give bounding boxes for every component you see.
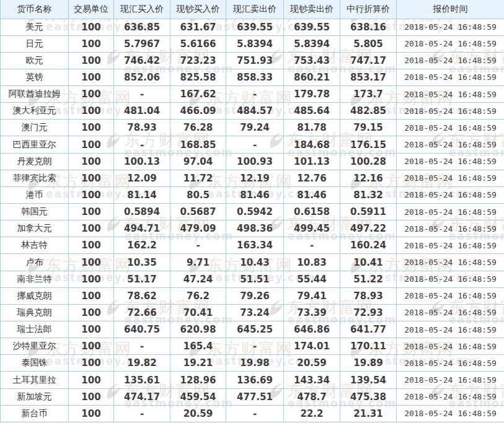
cash-buy-cell: 466.09 — [170, 103, 226, 120]
spot-sell-cell: - — [226, 136, 284, 153]
currency-name-cell: 日元 — [1, 35, 69, 52]
cash-sell-cell: 79.41 — [284, 287, 340, 304]
conversion-price-cell: 51.22 — [340, 271, 397, 287]
currency-name-cell: 韩国元 — [1, 204, 69, 220]
conversion-price-cell: 139.54 — [340, 372, 397, 388]
quote-time-cell: 2018-05-24 16:48:59 — [397, 237, 504, 254]
cash-sell-cell: 639.55 — [284, 19, 340, 35]
table-row: 韩国元1000.58940.56870.59420.61580.59112018… — [1, 204, 504, 220]
quote-time-cell: 2018-05-24 16:48:59 — [397, 35, 504, 52]
spot-sell-cell: 79.26 — [226, 287, 284, 304]
unit-cell: 100 — [69, 204, 114, 220]
column-header-2: 现汇买入价 — [114, 0, 170, 19]
unit-cell: 100 — [69, 388, 114, 405]
spot-buy-cell: 0.5894 — [114, 204, 170, 220]
cash-sell-cell: 485.64 — [284, 103, 340, 120]
spot-sell-cell: 19.98 — [226, 355, 284, 372]
cash-buy-cell: 76.28 — [170, 120, 226, 136]
spot-sell-cell: 73.24 — [226, 304, 284, 321]
cash-sell-cell: 143.34 — [284, 372, 340, 388]
table-row: 澳门元10078.9376.2879.2481.7879.152018-05-2… — [1, 120, 504, 136]
spot-buy-cell: 5.7967 — [114, 35, 170, 52]
cash-sell-cell: 753.43 — [284, 52, 340, 69]
table-row: 瑞典克朗10072.6670.4173.2473.3972.932018-05-… — [1, 304, 504, 321]
currency-name-cell: 瑞士法郎 — [1, 321, 69, 338]
conversion-price-cell: 10.41 — [340, 254, 397, 271]
currency-name-cell: 美元 — [1, 19, 69, 35]
table-row: 港币10081.1480.581.4681.4681.322018-05-24 … — [1, 186, 504, 203]
currency-name-cell: 英镑 — [1, 69, 69, 85]
table-row: 土耳其里拉100135.61128.96136.69143.34139.5420… — [1, 372, 504, 388]
spot-buy-cell: 81.14 — [114, 186, 170, 203]
cash-buy-cell: 723.23 — [170, 52, 226, 69]
spot-buy-cell: - — [114, 86, 170, 103]
currency-name-cell: 菲律宾比索 — [1, 170, 69, 186]
cash-sell-cell: 55.44 — [284, 271, 340, 287]
spot-buy-cell: 100.13 — [114, 153, 170, 170]
quote-time-cell: 2018-05-24 16:48:59 — [397, 52, 504, 69]
conversion-price-cell: 19.89 — [340, 355, 397, 372]
unit-cell: 100 — [69, 69, 114, 85]
currency-name-cell: 巴西里亚尔 — [1, 136, 69, 153]
cash-buy-cell: 20.59 — [170, 405, 226, 422]
cash-buy-cell: 11.72 — [170, 170, 226, 186]
conversion-price-cell: 100.28 — [340, 153, 397, 170]
cash-buy-cell: 167.62 — [170, 86, 226, 103]
cash-buy-cell: 19.21 — [170, 355, 226, 372]
table-row: 新台币100-20.59-22.221.312018-05-24 16:48:5… — [1, 405, 504, 422]
conversion-price-cell: 160.24 — [340, 237, 397, 254]
spot-sell-cell: 163.34 — [226, 237, 284, 254]
spot-buy-cell: - — [114, 136, 170, 153]
quote-time-cell: 2018-05-24 16:48:59 — [397, 220, 504, 237]
unit-cell: 100 — [69, 19, 114, 35]
unit-cell: 100 — [69, 338, 114, 355]
unit-cell: 100 — [69, 254, 114, 271]
spot-buy-cell: 12.09 — [114, 170, 170, 186]
cash-sell-cell: 860.21 — [284, 69, 340, 85]
table-row: 巴西里亚尔100-168.85-184.68176.152018-05-24 1… — [1, 136, 504, 153]
cash-buy-cell: 70.41 — [170, 304, 226, 321]
table-row: 加拿大元100494.71479.09498.36499.45497.22201… — [1, 220, 504, 237]
spot-sell-cell: 484.57 — [226, 103, 284, 120]
cash-buy-cell: 620.98 — [170, 321, 226, 338]
conversion-price-cell: 475.38 — [340, 388, 397, 405]
spot-buy-cell: 640.75 — [114, 321, 170, 338]
unit-cell: 100 — [69, 136, 114, 153]
spot-sell-cell: 51.51 — [226, 271, 284, 287]
currency-name-cell: 卢布 — [1, 254, 69, 271]
cash-sell-cell: 184.68 — [284, 136, 340, 153]
unit-cell: 100 — [69, 304, 114, 321]
unit-cell: 100 — [69, 103, 114, 120]
currency-name-cell: 加拿大元 — [1, 220, 69, 237]
spot-buy-cell: 746.42 — [114, 52, 170, 69]
cash-sell-cell: 73.39 — [284, 304, 340, 321]
spot-buy-cell: 852.06 — [114, 69, 170, 85]
table-header-row: 货币名称交易单位现汇买入价现钞买入价现汇卖出价现钞卖出价中行折算价报价时间 — [1, 0, 504, 19]
cash-buy-cell: 128.96 — [170, 372, 226, 388]
quote-time-cell: 2018-05-24 16:48:59 — [397, 69, 504, 85]
quote-time-cell: 2018-05-24 16:48:59 — [397, 103, 504, 120]
currency-name-cell: 瑞典克朗 — [1, 304, 69, 321]
conversion-price-cell: 747.17 — [340, 52, 397, 69]
quote-time-cell: 2018-05-24 16:48:59 — [397, 120, 504, 136]
cash-sell-cell: - — [284, 237, 340, 254]
table-row: 丹麦克朗100100.1397.04100.93101.13100.282018… — [1, 153, 504, 170]
table-row: 欧元100746.42723.23751.93753.43747.172018-… — [1, 52, 504, 69]
table-row: 日元1005.79675.61665.83945.83945.8052018-0… — [1, 35, 504, 52]
quote-time-cell: 2018-05-24 16:48:59 — [397, 355, 504, 372]
quote-time-cell: 2018-05-24 16:48:59 — [397, 153, 504, 170]
spot-buy-cell: 135.61 — [114, 372, 170, 388]
currency-name-cell: 泰国铢 — [1, 355, 69, 372]
column-header-7: 报价时间 — [397, 0, 504, 19]
conversion-price-cell: 78.93 — [340, 287, 397, 304]
spot-sell-cell: 858.33 — [226, 69, 284, 85]
spot-sell-cell: 639.55 — [226, 19, 284, 35]
exchange-rate-page: 东方财富网eastmoney.com东方财富网eastmoney.com东方财富… — [0, 0, 504, 423]
conversion-price-cell: 482.85 — [340, 103, 397, 120]
spot-buy-cell: 10.35 — [114, 254, 170, 271]
currency-name-cell: 林吉特 — [1, 237, 69, 254]
currency-name-cell: 新台币 — [1, 405, 69, 422]
unit-cell: 100 — [69, 372, 114, 388]
currency-name-cell: 澳大利亚元 — [1, 103, 69, 120]
spot-buy-cell: 636.85 — [114, 19, 170, 35]
